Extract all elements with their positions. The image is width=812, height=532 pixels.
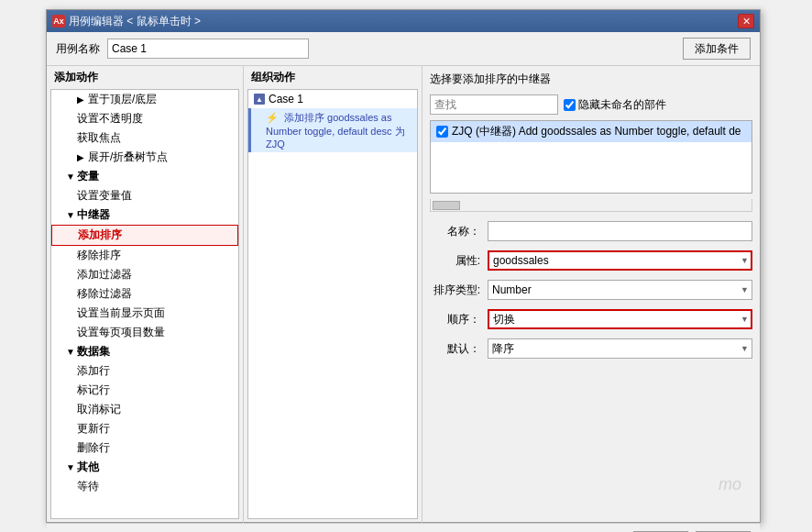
default-row: 默认： 降序 升序 <box>430 338 752 359</box>
sort-type-label: 排序类型: <box>430 283 480 298</box>
sort-type-select-wrap: Number String Date <box>488 280 752 300</box>
right-panel: 选择要添加排序的中继器 隐藏未命名的部件 ZJQ (中继器) Add goods… <box>422 66 760 523</box>
order-row: 顺序： 切换 升序 降序 <box>430 309 752 329</box>
relay-item-text: ZJQ (中继器) Add goodssales as Number toggl… <box>452 124 741 139</box>
relay-list-area[interactable]: ZJQ (中继器) Add goodssales as Number toggl… <box>430 120 752 194</box>
scroll-thumb[interactable] <box>433 201 460 210</box>
arrow-icon: ▼ <box>66 347 75 357</box>
action-add-filter[interactable]: 添加过滤器 <box>51 265 238 284</box>
horizontal-scrollbar[interactable] <box>430 199 752 212</box>
main-content: 添加动作 ▶置于顶层/底层 设置不透明度 获取焦点 ▶展开/折叠树节点 ▼变量 … <box>47 66 760 523</box>
action-remove-filter[interactable]: 移除过滤器 <box>51 284 238 304</box>
title-bar-left: Ax 用例编辑器 < 鼠标单击时 > <box>52 14 201 29</box>
action-top-layer[interactable]: ▶置于顶层/底层 <box>51 90 238 109</box>
group-variables: ▼变量 <box>51 167 238 186</box>
action-focus[interactable]: 获取焦点 <box>51 128 238 148</box>
main-window: Ax 用例编辑器 < 鼠标单击时 > ✕ 用例名称 添加条件 添加动作 ▶置于顶… <box>46 9 761 523</box>
close-button[interactable]: ✕ <box>738 14 754 28</box>
default-select-wrap: 降序 升序 <box>488 338 752 359</box>
action-unmark-row[interactable]: 取消标记 <box>51 400 238 419</box>
middle-panel-title: 组织动作 <box>244 66 422 89</box>
attr-select-wrap: goodssales id price name <box>488 250 752 271</box>
action-set-current-page[interactable]: 设置当前显示页面 <box>51 304 238 323</box>
title-bar: Ax 用例编辑器 < 鼠标单击时 > ✕ <box>47 10 760 32</box>
middle-panel: 组织动作 ▲ Case 1 ⚡ 添加排序 goodssales as Numbe… <box>244 66 422 523</box>
sort-type-row: 排序类型: Number String Date <box>430 280 752 300</box>
name-input[interactable] <box>488 221 752 241</box>
action-delete-row[interactable]: 删除行 <box>51 438 238 458</box>
middle-action-item[interactable]: ⚡ 添加排序 goodssales as Number toggle, defa… <box>248 108 417 152</box>
action-set-per-page[interactable]: 设置每页项目数量 <box>51 323 238 342</box>
config-search-row: 隐藏未命名的部件 <box>430 94 752 115</box>
lightning-icon: ⚡ <box>266 112 279 124</box>
toolbar: 用例名称 添加条件 <box>47 32 760 66</box>
group-dataset: ▼数据集 <box>51 342 238 361</box>
case-label: Case 1 <box>269 93 303 105</box>
name-label: 名称： <box>430 224 480 239</box>
action-text: 添加排序 goodssales as Number toggle, defaul… <box>266 112 405 150</box>
hide-unnamed-text: 隐藏未命名的部件 <box>578 97 666 113</box>
default-label: 默认： <box>430 341 480 357</box>
relay-checkbox[interactable] <box>436 126 448 138</box>
action-mark-row[interactable]: 标记行 <box>51 381 238 400</box>
action-add-row[interactable]: 添加行 <box>51 361 238 381</box>
config-search-input[interactable] <box>430 94 558 115</box>
arrow-icon: ▼ <box>66 210 75 220</box>
arrow-icon: ▶ <box>77 152 86 162</box>
arrow-icon: ▶ <box>77 94 86 105</box>
window-title: 用例编辑器 < 鼠标单击时 > <box>69 14 201 29</box>
action-set-variable[interactable]: 设置变量值 <box>51 186 238 205</box>
attr-row: 属性: goodssales id price name <box>430 250 752 271</box>
action-update-row[interactable]: 更新行 <box>51 419 238 438</box>
config-panel: 选择要添加排序的中继器 隐藏未命名的部件 ZJQ (中继器) Add goods… <box>422 66 760 523</box>
left-tree-area[interactable]: ▶置于顶层/底层 设置不透明度 获取焦点 ▶展开/折叠树节点 ▼变量 设置变量值… <box>50 89 239 519</box>
middle-list-area[interactable]: ▲ Case 1 ⚡ 添加排序 goodssales as Number tog… <box>247 89 418 519</box>
case-icon: ▲ <box>254 94 265 105</box>
sort-type-select[interactable]: Number String Date <box>488 280 752 300</box>
config-title: 选择要添加排序的中继器 <box>430 72 752 87</box>
left-panel: 添加动作 ▶置于顶层/底层 设置不透明度 获取焦点 ▶展开/折叠树节点 ▼变量 … <box>47 66 244 523</box>
action-expand[interactable]: ▶展开/折叠树节点 <box>51 148 238 167</box>
action-remove-sort[interactable]: 移除排序 <box>51 246 238 265</box>
left-panel-title: 添加动作 <box>47 66 243 89</box>
action-opacity[interactable]: 设置不透明度 <box>51 109 238 128</box>
bottom-buttons: 确定 取消 <box>47 523 760 532</box>
hide-unnamed-checkbox[interactable] <box>564 99 576 111</box>
case-name-input[interactable] <box>107 39 309 59</box>
relay-list-item[interactable]: ZJQ (中继器) Add goodssales as Number toggl… <box>431 121 752 142</box>
attr-label: 属性: <box>430 253 480 269</box>
arrow-icon: ▼ <box>66 172 75 182</box>
action-add-sort[interactable]: 添加排序 <box>51 225 238 246</box>
order-select[interactable]: 切换 升序 降序 <box>488 309 752 329</box>
order-label: 顺序： <box>430 312 480 327</box>
case-name-label: 用例名称 <box>56 41 100 57</box>
name-row: 名称： <box>430 221 752 241</box>
attr-select[interactable]: goodssales id price name <box>488 250 752 271</box>
action-wait[interactable]: 等待 <box>51 477 238 496</box>
order-select-wrap: 切换 升序 降序 <box>488 309 752 329</box>
group-relay: ▼中继器 <box>51 205 238 225</box>
watermark: mo <box>719 475 741 494</box>
app-icon: Ax <box>52 15 65 28</box>
group-others: ▼其他 <box>51 458 238 477</box>
case-header: ▲ Case 1 <box>248 90 417 108</box>
add-condition-button[interactable]: 添加条件 <box>683 38 751 60</box>
hide-unnamed-label[interactable]: 隐藏未命名的部件 <box>564 97 666 113</box>
arrow-icon: ▼ <box>66 462 75 472</box>
default-select[interactable]: 降序 升序 <box>488 338 752 359</box>
